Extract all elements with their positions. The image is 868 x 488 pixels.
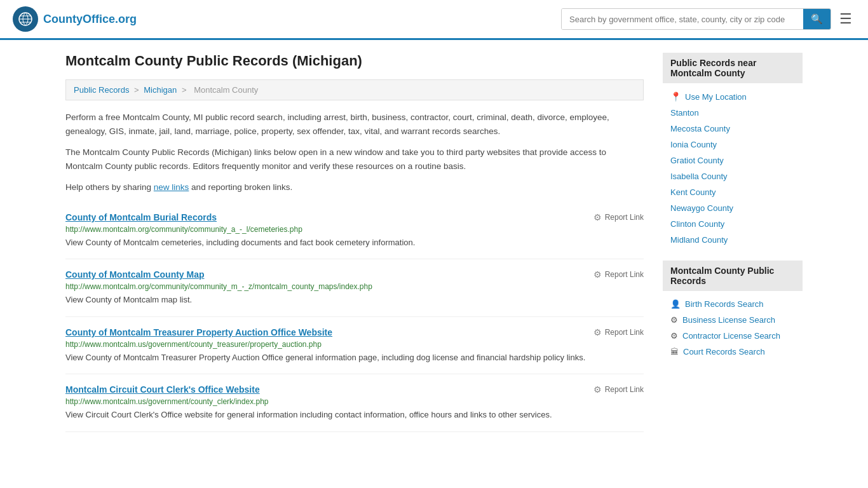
report-link[interactable]: ⚙ Report Link <box>593 327 644 337</box>
sidebar: Public Records near Montcalm County 📍 Us… <box>663 53 803 432</box>
public-records-title: Montcalm County Public Records <box>663 261 803 291</box>
record-description: View Circuit Court Clerk's Office websit… <box>65 409 644 421</box>
nearby-item[interactable]: Newaygo County <box>663 200 803 216</box>
report-link[interactable]: ⚙ Report Link <box>593 269 644 280</box>
nearby-section: Public Records near Montcalm County 📍 Us… <box>663 53 803 248</box>
header: CountyOffice.org 🔍 ☰ <box>0 0 868 40</box>
public-record-link[interactable]: Contractor License Search <box>682 331 780 341</box>
use-my-location[interactable]: 📍 Use My Location <box>663 88 803 105</box>
logo-icon <box>13 6 38 32</box>
logo-text: CountyOffice.org <box>43 13 137 26</box>
record-description: View County of Montcalm map list. <box>65 294 644 306</box>
record-description: View County of Montcalm Treasurer Proper… <box>65 351 644 364</box>
description-3: Help others by sharing new links and rep… <box>65 180 644 194</box>
page-title: Montcalm County Public Records (Michigan… <box>65 53 644 69</box>
breadcrumb: Public Records > Michigan > Montcalm Cou… <box>65 79 644 100</box>
record-url: http://www.montcalm.org/community/commun… <box>65 282 644 291</box>
nearby-item[interactable]: Midland County <box>663 232 803 248</box>
public-record-item[interactable]: 👤 Birth Records Search <box>663 296 803 312</box>
nearby-item[interactable]: Kent County <box>663 184 803 200</box>
record-header: County of Montcalm Treasurer Property Au… <box>65 327 644 337</box>
report-link[interactable]: ⚙ Report Link <box>593 384 644 395</box>
public-record-link[interactable]: Birth Records Search <box>685 299 764 309</box>
report-icon: ⚙ <box>593 384 602 395</box>
record-header: Montcalm Circuit Court Clerk's Office We… <box>65 384 644 395</box>
report-link[interactable]: ⚙ Report Link <box>593 212 644 222</box>
main-container: Montcalm County Public Records (Michigan… <box>53 40 815 445</box>
record-header: County of Montcalm Burial Records ⚙ Repo… <box>65 212 644 222</box>
record-type-icon: 🏛 <box>670 347 679 356</box>
hamburger-menu[interactable]: ☰ <box>836 8 855 30</box>
record-item: County of Montcalm Burial Records ⚙ Repo… <box>65 202 644 260</box>
description-2: The Montcalm County Public Records (Mich… <box>65 146 644 173</box>
nearby-title: Public Records near Montcalm County <box>663 53 803 83</box>
record-item: County of Montcalm Treasurer Property Au… <box>65 317 644 375</box>
new-links-link[interactable]: new links <box>154 182 189 192</box>
report-icon: ⚙ <box>593 269 602 280</box>
nearby-item[interactable]: Clinton County <box>663 216 803 232</box>
record-item: County of Montcalm County Map ⚙ Report L… <box>65 259 644 317</box>
nearby-link[interactable]: Kent County <box>670 187 716 197</box>
record-type-icon: 👤 <box>670 299 681 309</box>
search-button[interactable]: 🔍 <box>803 9 831 29</box>
content-area: Montcalm County Public Records (Michigan… <box>65 53 644 432</box>
nearby-link[interactable]: Gratiot County <box>670 156 724 165</box>
record-type-icon: ⚙ <box>670 315 678 325</box>
public-record-item[interactable]: ⚙ Business License Search <box>663 312 803 328</box>
record-title[interactable]: County of Montcalm Burial Records <box>65 212 217 222</box>
record-description: View County of Montcalm cemeteries, incl… <box>65 236 644 249</box>
record-url: http://www.montcalm.us/government/county… <box>65 397 644 406</box>
nearby-item[interactable]: Isabella County <box>663 168 803 184</box>
records-list: County of Montcalm Burial Records ⚙ Repo… <box>65 202 644 432</box>
report-icon: ⚙ <box>593 327 602 337</box>
search-input[interactable] <box>562 9 803 29</box>
nearby-item[interactable]: Mecosta County <box>663 121 803 137</box>
location-icon: 📍 <box>670 92 681 102</box>
record-item: Montcalm Circuit Court Clerk's Office We… <box>65 374 644 432</box>
public-records-section: Montcalm County Public Records 👤 Birth R… <box>663 261 803 360</box>
record-type-icon: ⚙ <box>670 331 678 341</box>
nearby-item[interactable]: Stanton <box>663 105 803 121</box>
nearby-link[interactable]: Isabella County <box>670 172 728 181</box>
search-box: 🔍 <box>561 8 831 30</box>
public-record-item[interactable]: ⚙ Contractor License Search <box>663 328 803 344</box>
description-1: Perform a free Montcalm County, MI publi… <box>65 111 644 138</box>
public-record-link[interactable]: Court Records Search <box>683 347 765 356</box>
breadcrumb-michigan[interactable]: Michigan <box>144 85 177 95</box>
nearby-link[interactable]: Clinton County <box>670 219 724 229</box>
breadcrumb-current: Montcalm County <box>194 85 258 95</box>
search-area: 🔍 ☰ <box>561 8 855 30</box>
nearby-link[interactable]: Mecosta County <box>670 124 730 133</box>
record-title[interactable]: Montcalm Circuit Court Clerk's Office We… <box>65 384 260 395</box>
use-my-location-link[interactable]: Use My Location <box>685 92 747 102</box>
record-url: http://www.montcalm.org/community/commun… <box>65 225 644 234</box>
record-title[interactable]: County of Montcalm County Map <box>65 269 205 280</box>
nearby-link[interactable]: Ionia County <box>670 140 717 149</box>
public-record-link[interactable]: Business License Search <box>682 315 775 325</box>
nearby-link[interactable]: Newaygo County <box>670 203 733 213</box>
nearby-link[interactable]: Stanton <box>670 108 699 118</box>
record-url: http://www.montcalm.us/government/county… <box>65 340 644 349</box>
breadcrumb-public-records[interactable]: Public Records <box>74 85 129 95</box>
nearby-item[interactable]: Gratiot County <box>663 152 803 168</box>
nearby-item[interactable]: Ionia County <box>663 137 803 152</box>
public-record-item[interactable]: 🏛 Court Records Search <box>663 344 803 360</box>
report-icon: ⚙ <box>593 212 602 222</box>
logo-area: CountyOffice.org <box>13 6 137 32</box>
record-header: County of Montcalm County Map ⚙ Report L… <box>65 269 644 280</box>
nearby-link[interactable]: Midland County <box>670 235 728 245</box>
record-title[interactable]: County of Montcalm Treasurer Property Au… <box>65 327 332 337</box>
